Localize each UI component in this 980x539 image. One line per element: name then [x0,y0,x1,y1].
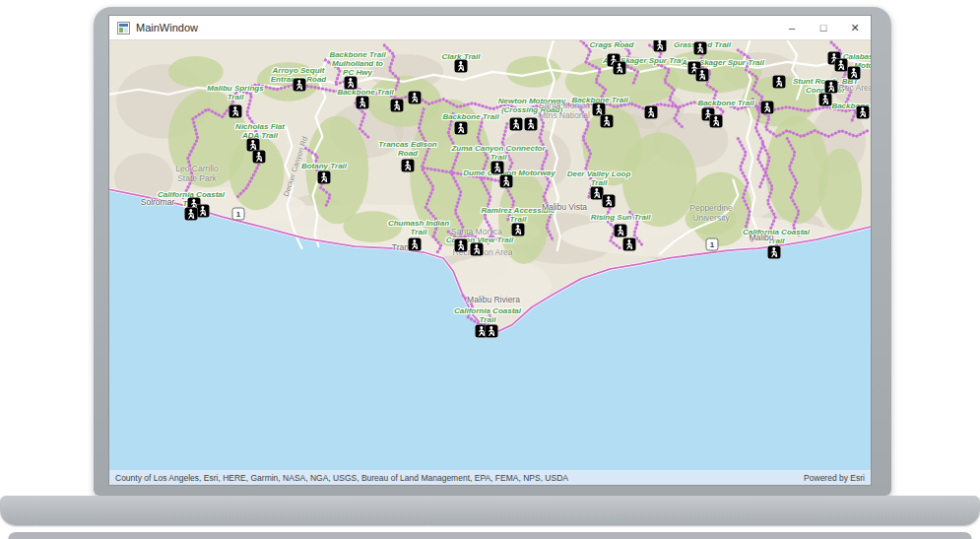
hiker-marker[interactable] [409,238,422,251]
hiker-icon [773,76,786,89]
hiker-marker[interactable] [761,101,774,114]
hiker-marker[interactable] [694,42,707,55]
trail-label: Backbone Trail [442,112,498,121]
hiker-marker[interactable] [654,40,667,52]
hiker-icon [402,160,415,172]
trail-label: Zuma Canyon ConnectorTrail [451,144,545,162]
hiker-marker[interactable] [525,118,538,131]
place-label: PepperdineUniversity [689,204,732,223]
hiker-icon [471,243,484,256]
hiker-marker[interactable] [645,106,658,119]
hiker-marker[interactable] [773,76,786,89]
highway-shield: 1 [232,208,245,221]
trail-label: Rising Sun Trail [591,213,651,222]
hiker-marker[interactable] [455,60,468,73]
laptop-base [0,496,980,525]
hiker-marker[interactable] [615,225,627,237]
hiker-marker[interactable] [409,92,422,104]
hiker-marker[interactable] [294,79,306,92]
hiker-icon [694,42,707,55]
hiker-marker[interactable] [768,246,781,259]
map-view[interactable]: Backbone TrailMulholland toPC HwyArroyo … [109,40,871,470]
trail-label: California CoastalTrail [454,306,521,324]
hiker-marker[interactable] [345,77,358,90]
hiker-icon [185,208,198,221]
laptop-mockup: MainWindow – □ ✕ Backbone TrailMulhollan… [0,0,980,539]
hiker-icon [696,69,709,82]
hiker-marker[interactable] [500,175,513,188]
place-label: Santa MonicaMtns National [539,101,590,120]
attribution-sources: County of Los Angeles, Esri, HERE, Garmi… [115,473,568,483]
main-window: MainWindow – □ ✕ Backbone TrailMulhollan… [108,15,872,486]
hiker-marker[interactable] [455,239,468,252]
place-label: Rec Area [839,84,871,94]
hiker-icon [229,105,242,118]
close-button[interactable]: ✕ [839,16,871,39]
hiker-icon [857,106,870,119]
hiker-marker[interactable] [486,325,498,338]
map-overlays: Backbone TrailMulholland toPC HwyArroyo … [109,40,871,470]
powered-by-esri-link[interactable]: Powered by Esri [804,473,865,483]
hiker-marker[interactable] [455,122,468,135]
hiker-marker[interactable] [402,160,415,172]
hiker-marker[interactable] [229,105,242,118]
place-label: Malibu [749,234,773,243]
hiker-icon [825,81,838,94]
minimize-button[interactable]: – [776,16,808,39]
window-titlebar[interactable]: MainWindow – □ ✕ [109,16,871,40]
hiker-icon [455,239,468,252]
place-label: Santa Monica [451,228,502,237]
hiker-icon [761,101,774,114]
hiker-marker[interactable] [391,100,404,112]
hiker-icon [491,162,504,174]
hiker-icon [409,238,422,251]
hiker-marker[interactable] [318,171,331,184]
hiker-icon [623,238,636,251]
hiker-marker[interactable] [601,115,614,128]
hiker-marker[interactable] [491,162,504,174]
hiker-marker[interactable] [510,118,523,131]
hiker-marker[interactable] [696,69,709,82]
hiker-icon [318,171,331,184]
window-title: MainWindow [136,22,776,34]
hiker-marker[interactable] [825,81,838,94]
maximize-button[interactable]: □ [808,16,839,39]
trail-label: Crags Road [590,40,634,49]
hiker-marker[interactable] [185,208,198,221]
hiker-marker[interactable] [471,243,484,256]
hiker-icon [848,67,861,80]
hiker-marker[interactable] [357,97,369,109]
trail-label: Backbone Trail [697,99,753,107]
laptop-base-edge [8,532,972,539]
hiker-marker[interactable] [253,151,266,164]
hiker-marker[interactable] [710,115,723,128]
hiker-marker[interactable] [614,62,626,75]
hiker-marker[interactable] [848,67,861,80]
hiker-marker[interactable] [835,59,848,72]
trail-label: Deer Valley LoopTrail [567,169,631,187]
attribution-bar: County of Los Angeles, Esri, HERE, Garmi… [109,470,871,485]
hiker-icon [603,195,616,208]
hiker-icon [525,118,538,131]
hiker-marker[interactable] [197,205,210,218]
hiker-icon [819,94,832,106]
hiker-marker[interactable] [623,238,636,251]
trail-label: Botany Trail [301,162,347,170]
hiker-icon [601,115,614,128]
place-label: Malibu Riviera [467,296,520,305]
hiker-marker[interactable] [819,94,832,106]
hiker-icon [486,325,498,338]
trail-label: Chumash IndianTrail [388,219,449,236]
hiker-marker[interactable] [603,195,616,208]
place-label: Leo CarrilloState Park [175,165,218,183]
hiker-marker[interactable] [857,106,870,119]
hiker-icon [197,205,210,218]
trail-label: Nicholas FlatADA Trail [235,122,285,140]
hiker-icon [455,60,468,73]
hiker-marker[interactable] [512,224,525,236]
hiker-icon [654,40,667,52]
hiker-icon [835,59,848,72]
hiker-icon [645,106,658,119]
laptop-screen: MainWindow – □ ✕ Backbone TrailMulhollan… [108,15,872,486]
hiker-icon [253,151,266,164]
